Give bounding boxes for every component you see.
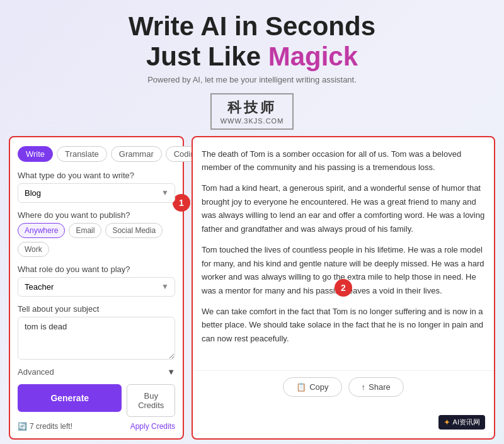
subtitle: Powered by AI, let me be your intelligen… (6, 75, 498, 84)
right-panel: 2 The death of Tom is a somber occasion … (192, 136, 495, 440)
ai-watermark: ✦ AI资讯网 (438, 415, 485, 430)
apply-credits-link[interactable]: Apply Credits (130, 422, 175, 431)
title-magick: Magick (268, 42, 358, 71)
subject-textarea[interactable]: tom is dead (18, 317, 175, 360)
ai-watermark-text: AI资讯网 (453, 418, 480, 427)
main-content: 1 Write Translate Grammar Coding What ty… (0, 136, 504, 444)
generate-button[interactable]: Generate (18, 384, 122, 412)
tab-grammar[interactable]: Grammar (111, 146, 162, 162)
title-part1: Write AI in Seconds (129, 11, 375, 41)
credits-count: 7 credits left! (30, 422, 72, 431)
badge-1: 1 (173, 194, 190, 212)
buy-credits-button[interactable]: Buy Credits (127, 384, 175, 417)
watermark-url: WWW.3KJS.COM (220, 117, 284, 125)
role-select[interactable]: Teacher Writer Student (18, 277, 175, 297)
subject-label: Tell about your subject (18, 304, 175, 314)
publish-email[interactable]: Email (69, 223, 101, 238)
tab-write[interactable]: Write (18, 146, 53, 162)
page-wrapper: Write AI in Seconds Just Like Magick Pow… (0, 0, 504, 444)
credits-left: 🔄 7 credits left! (18, 422, 72, 431)
output-actions: 📋 Copy ↑ Share (193, 370, 494, 403)
tab-translate[interactable]: Translate (57, 146, 107, 162)
role-wrapper: Teacher Writer Student ▼ (18, 277, 175, 297)
publish-social[interactable]: Social Media (105, 223, 163, 238)
watermark: 科技师 WWW.3KJS.COM (0, 93, 504, 130)
publish-anywhere[interactable]: Anywhere (18, 223, 65, 238)
output-para-2: Tom had a kind heart, a generous spirit,… (202, 181, 485, 236)
left-panel: 1 Write Translate Grammar Coding What ty… (9, 136, 184, 440)
write-type-select[interactable]: Blog Article Essay (18, 183, 175, 203)
advanced-row[interactable]: Advanced ▼ (18, 362, 175, 384)
credits-icon: 🔄 (18, 422, 27, 431)
write-type-label: What type do you want to write? (18, 171, 175, 180)
main-title: Write AI in Seconds Just Like Magick (6, 11, 498, 72)
publish-options: Anywhere Email Social Media Work (18, 223, 175, 257)
share-button[interactable]: ↑ Share (348, 377, 404, 397)
output-para-4: We can take comfort in the fact that Tom… (202, 305, 485, 345)
watermark-zh: 科技师 (220, 98, 284, 117)
badge-2: 2 (335, 279, 352, 297)
advanced-chevron-icon: ▼ (167, 367, 175, 377)
write-type-wrapper: Blog Article Essay ▼ (18, 183, 175, 203)
ai-star-icon: ✦ (444, 418, 450, 427)
role-label: What role do you want to play? (18, 265, 175, 274)
title-part2: Just Like (146, 42, 268, 71)
share-label: Share (369, 382, 391, 392)
advanced-label: Advanced (18, 367, 54, 377)
copy-label: Copy (309, 382, 328, 392)
header: Write AI in Seconds Just Like Magick Pow… (0, 0, 504, 89)
publish-label: Where do you want to publish? (18, 210, 175, 220)
publish-work[interactable]: Work (18, 242, 49, 257)
output-text: The death of Tom is a somber occasion fo… (193, 137, 494, 370)
output-para-1: The death of Tom is a somber occasion fo… (202, 147, 485, 174)
action-row: Generate Buy Credits (18, 384, 175, 417)
tabs-row: Write Translate Grammar Coding (18, 146, 175, 162)
share-icon: ↑ (362, 382, 366, 392)
watermark-box: 科技师 WWW.3KJS.COM (210, 93, 294, 130)
copy-icon: 📋 (296, 382, 306, 392)
copy-button[interactable]: 📋 Copy (283, 377, 341, 397)
bottom-row: 🔄 7 credits left! Apply Credits (18, 422, 175, 431)
